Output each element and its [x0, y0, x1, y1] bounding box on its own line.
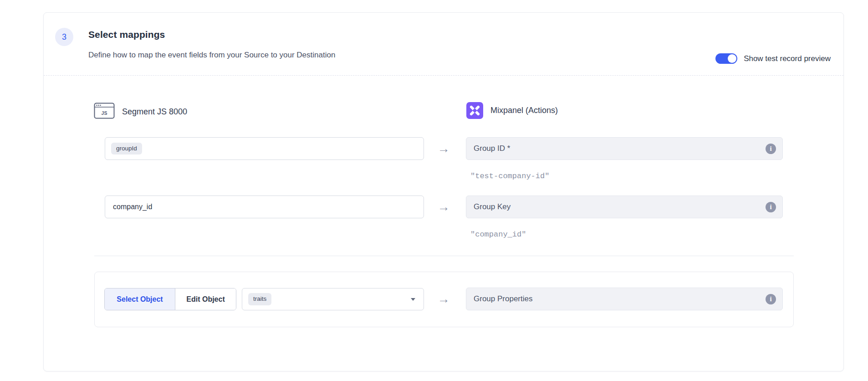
destination-name: Mixpanel (Actions): [490, 106, 558, 115]
test-record-preview-value: "test-company-id": [470, 172, 549, 180]
mixpanel-icon: [466, 102, 483, 119]
edit-object-button[interactable]: Edit Object: [175, 288, 236, 310]
svg-text:JS: JS: [102, 110, 107, 116]
info-icon[interactable]: i: [766, 202, 776, 212]
source-header: JS Segment JS 8000: [94, 102, 187, 121]
toggle-label: Show test record preview: [744, 54, 831, 63]
toggle-knob: [728, 54, 736, 63]
object-source-dropdown[interactable]: traits: [242, 288, 424, 310]
info-icon[interactable]: i: [766, 294, 776, 304]
object-source-chip[interactable]: traits: [248, 293, 271, 305]
test-record-preview-value: "company_id": [470, 230, 526, 239]
source-name: Segment JS 8000: [122, 107, 187, 117]
info-icon[interactable]: i: [766, 144, 776, 154]
page-subtitle: Define how to map the event fields from …: [88, 51, 335, 60]
destination-field-label: Group ID *: [474, 144, 510, 153]
destination-field-label: Group Properties: [474, 294, 532, 304]
page-title: Select mappings: [88, 29, 165, 40]
destination-field: Group Key i: [466, 196, 783, 218]
destination-header: Mixpanel (Actions): [466, 102, 558, 119]
browser-js-icon: JS: [94, 102, 115, 121]
select-object-button[interactable]: Select Object: [105, 288, 175, 310]
chevron-down-icon: [411, 298, 415, 301]
section-divider: [94, 256, 794, 256]
arrow-right-icon: →: [434, 137, 453, 160]
show-test-record-toggle[interactable]: [715, 53, 737, 64]
object-mode-segmented-control: Select Object Edit Object: [104, 288, 236, 310]
select-mappings-card: 3 Select mappings Define how to map the …: [43, 12, 844, 371]
destination-field: Group Properties i: [466, 288, 783, 310]
arrow-right-icon: →: [434, 288, 453, 310]
test-record-toggle-group: Show test record preview: [715, 53, 831, 64]
source-field-text-input[interactable]: [111, 203, 418, 211]
mapping-source-input[interactable]: [105, 196, 424, 218]
source-field-chip[interactable]: groupId: [111, 143, 142, 154]
card-header: 3 Select mappings Define how to map the …: [44, 13, 843, 76]
arrow-right-icon: →: [434, 196, 453, 218]
destination-field: Group ID * i: [466, 137, 783, 160]
mapping-source-input[interactable]: groupId: [105, 137, 424, 160]
destination-field-label: Group Key: [474, 202, 511, 211]
step-number-badge: 3: [55, 28, 73, 46]
